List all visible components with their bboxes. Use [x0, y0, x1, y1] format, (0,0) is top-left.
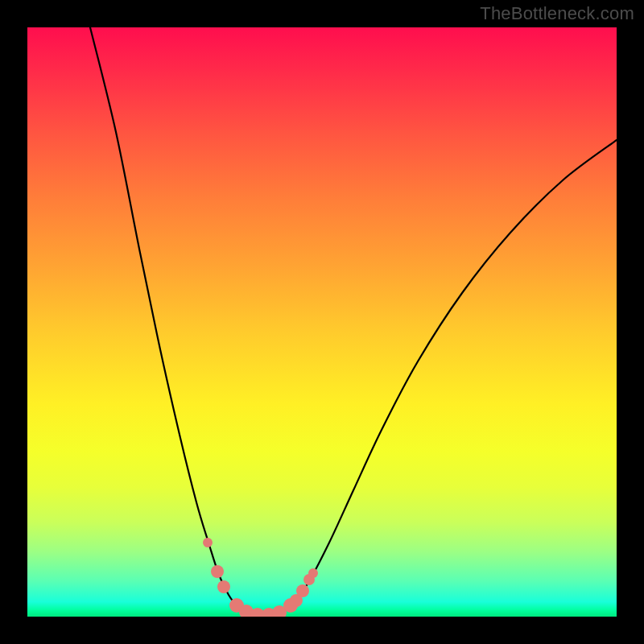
chart-plot-area: [27, 27, 617, 617]
curve-marker: [211, 565, 224, 578]
curve-marker: [203, 538, 213, 547]
watermark-text: TheBottleneck.com: [480, 3, 634, 24]
curve-marker: [217, 580, 230, 593]
bottleneck-curve: [90, 27, 617, 615]
chart-svg: [27, 27, 617, 617]
curve-marker: [308, 568, 318, 578]
curve-markers: [203, 538, 318, 617]
curve-marker: [296, 584, 309, 597]
